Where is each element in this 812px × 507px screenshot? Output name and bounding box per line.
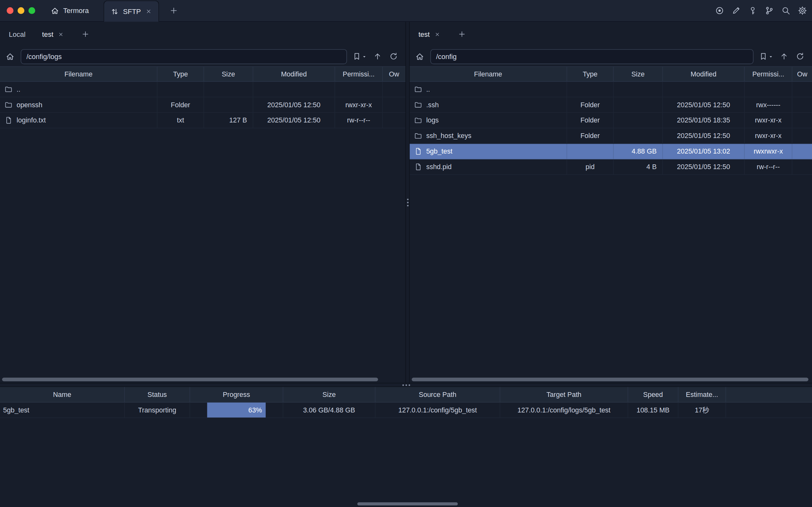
- file-row[interactable]: ssh_host_keys Folder 2025/01/05 12:50 rw…: [410, 128, 812, 144]
- column-header-speed[interactable]: Speed: [628, 387, 679, 402]
- home-button[interactable]: [414, 51, 425, 62]
- refresh-button[interactable]: [795, 51, 805, 62]
- file-name: logs: [426, 116, 439, 124]
- edit-button[interactable]: [731, 5, 741, 16]
- bookmark-icon: [353, 52, 361, 61]
- bookmark-button[interactable]: [759, 52, 773, 61]
- transfers-splitter[interactable]: [0, 383, 812, 387]
- tab-test-left[interactable]: test: [41, 30, 65, 38]
- titlebar-actions: [714, 5, 808, 16]
- window-close-button[interactable]: [7, 7, 13, 14]
- file-row[interactable]: .ssh Folder 2025/01/05 12:50 rwx------: [410, 97, 812, 113]
- file-owner: [792, 159, 812, 175]
- file-owner: [792, 144, 812, 159]
- column-header-owner[interactable]: Ow: [383, 67, 406, 81]
- pane-splitter[interactable]: [405, 21, 410, 383]
- column-header-size[interactable]: Size: [204, 67, 253, 81]
- record-button[interactable]: [714, 5, 725, 16]
- column-header-filename[interactable]: Filename: [0, 67, 157, 81]
- tab-termora[interactable]: Termora: [51, 6, 89, 15]
- folder-icon: [5, 86, 12, 93]
- file-type: pid: [567, 159, 613, 175]
- pencil-icon: [732, 6, 740, 15]
- close-tab-icon[interactable]: [58, 32, 64, 37]
- file-row[interactable]: loginfo.txt txt 127 B 2025/01/05 12:50 r…: [0, 113, 405, 128]
- home-icon: [51, 6, 59, 15]
- column-header-source-path[interactable]: Source Path: [376, 387, 500, 402]
- column-header-estimate[interactable]: Estimate...: [679, 387, 726, 402]
- horizontal-scrollbar[interactable]: [2, 378, 378, 381]
- close-tab-icon[interactable]: [434, 32, 440, 37]
- plus-icon: [82, 31, 89, 38]
- column-header-filename[interactable]: Filename: [410, 67, 567, 81]
- settings-button[interactable]: [797, 5, 808, 16]
- add-tab-button[interactable]: [457, 29, 467, 39]
- file-permissions: rwxr-xr-x: [335, 97, 383, 113]
- file-modified: 2025/01/05 13:02: [663, 144, 745, 159]
- file-type: [567, 144, 613, 159]
- column-header-owner[interactable]: Ow: [792, 67, 812, 81]
- file-size: [204, 82, 253, 97]
- home-button[interactable]: [5, 51, 15, 62]
- right-pane-tabs: test: [410, 21, 812, 46]
- file-row[interactable]: openssh Folder 2025/01/05 12:50 rwxr-xr-…: [0, 97, 405, 113]
- app-window: Termora SFTP Local te: [0, 0, 812, 507]
- bottom-scrollbar[interactable]: [358, 502, 458, 505]
- file-row[interactable]: ..: [0, 82, 405, 97]
- file-permissions: rwx------: [745, 97, 792, 113]
- search-icon: [781, 6, 790, 15]
- path-input[interactable]: [21, 49, 347, 64]
- tab-local[interactable]: Local: [8, 30, 26, 38]
- add-tab-button[interactable]: [80, 29, 91, 39]
- arrow-up-icon: [373, 52, 382, 61]
- file-name: ..: [16, 86, 20, 93]
- parent-directory-button[interactable]: [779, 51, 790, 62]
- file-table: Filename Type Size Modified Permissi... …: [410, 66, 812, 383]
- file-modified: 2025/01/05 12:50: [663, 128, 745, 144]
- column-header-permissions[interactable]: Permissi...: [335, 67, 383, 81]
- app-tab-label: Termora: [63, 7, 89, 14]
- column-header-status[interactable]: Status: [125, 387, 190, 402]
- file-row[interactable]: sshd.pid pid 4 B 2025/01/05 12:50 rw-r--…: [410, 159, 812, 175]
- file-row-selected[interactable]: 5gb_test 4.88 GB 2025/01/05 13:02 rwxrwx…: [410, 144, 812, 159]
- column-header-modified[interactable]: Modified: [663, 67, 745, 81]
- file-row[interactable]: logs Folder 2025/01/05 18:35 rwxr-xr-x: [410, 113, 812, 128]
- new-tab-button[interactable]: [168, 5, 179, 16]
- path-input[interactable]: [430, 49, 754, 64]
- close-tab-icon[interactable]: [145, 8, 152, 15]
- file-size: [613, 113, 663, 128]
- column-header-type[interactable]: Type: [567, 67, 613, 81]
- splitter-grip-icon: [407, 198, 408, 206]
- local-file-pane: Local test: [0, 21, 405, 383]
- column-header-filler: [726, 387, 812, 402]
- column-header-target-path[interactable]: Target Path: [500, 387, 628, 402]
- column-header-name[interactable]: Name: [0, 387, 125, 402]
- tab-sftp[interactable]: SFTP: [103, 1, 159, 22]
- main-split: Local test: [0, 21, 812, 383]
- refresh-button[interactable]: [388, 51, 399, 62]
- column-header-progress[interactable]: Progress: [190, 387, 283, 402]
- file-row[interactable]: ..: [410, 82, 812, 97]
- port-forwarding-button[interactable]: [764, 5, 774, 16]
- column-header-modified[interactable]: Modified: [253, 67, 335, 81]
- transfer-row[interactable]: 5gb_test Transporting 63% 3.06 GB/4.88 G…: [0, 403, 812, 418]
- home-icon: [5, 52, 14, 61]
- file-owner: [792, 128, 812, 144]
- horizontal-scrollbar[interactable]: [412, 378, 809, 381]
- keychain-button[interactable]: [747, 5, 758, 16]
- folder-icon: [5, 101, 12, 109]
- tab-test-right[interactable]: test: [418, 30, 441, 38]
- column-header-size[interactable]: Size: [613, 67, 663, 81]
- column-header-type[interactable]: Type: [157, 67, 204, 81]
- file-name: 5gb_test: [426, 148, 453, 155]
- search-button[interactable]: [780, 5, 791, 16]
- session-tab-label: test: [42, 30, 54, 38]
- column-header-size[interactable]: Size: [283, 387, 375, 402]
- bookmark-button[interactable]: [353, 52, 367, 61]
- window-zoom-button[interactable]: [29, 7, 35, 14]
- column-header-permissions[interactable]: Permissi...: [745, 67, 792, 81]
- file-permissions: rwxr-xr-x: [745, 113, 792, 128]
- window-minimize-button[interactable]: [17, 7, 24, 14]
- file-size: [613, 97, 663, 113]
- parent-directory-button[interactable]: [372, 51, 383, 62]
